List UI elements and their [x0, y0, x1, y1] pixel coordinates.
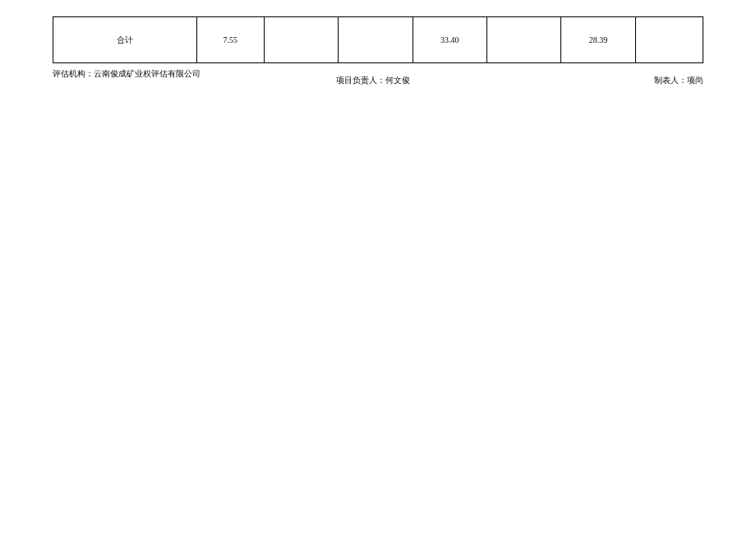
summary-table: 合计 7.55 33.40 28.39: [53, 16, 703, 63]
value-cell-6: 28.39: [561, 17, 635, 63]
value-cell-1: 7.55: [196, 17, 264, 63]
preparer-label: 制表人：项尚: [654, 75, 703, 86]
table-row: 合计 7.55 33.40 28.39: [53, 17, 703, 63]
value-cell-5: [486, 17, 560, 63]
value-cell-4: 33.40: [413, 17, 486, 63]
footer-row: 评估机构：云南俊成矿业权评估有限公司 项目负责人：何文俊 制表人：项尚: [53, 68, 703, 85]
value-cell-3: [339, 17, 413, 63]
document-page: 合计 7.55 33.40 28.39 评估机构：云南俊成矿业权评估有限公司 项…: [0, 0, 756, 85]
project-lead-label: 项目负责人：何文俊: [336, 75, 410, 86]
row-label-cell: 合计: [53, 17, 197, 63]
value-cell-2: [264, 17, 338, 63]
value-cell-7: [635, 17, 703, 63]
appraisal-org-label: 评估机构：云南俊成矿业权评估有限公司: [53, 68, 201, 80]
summary-table-container: 合计 7.55 33.40 28.39: [53, 16, 703, 63]
